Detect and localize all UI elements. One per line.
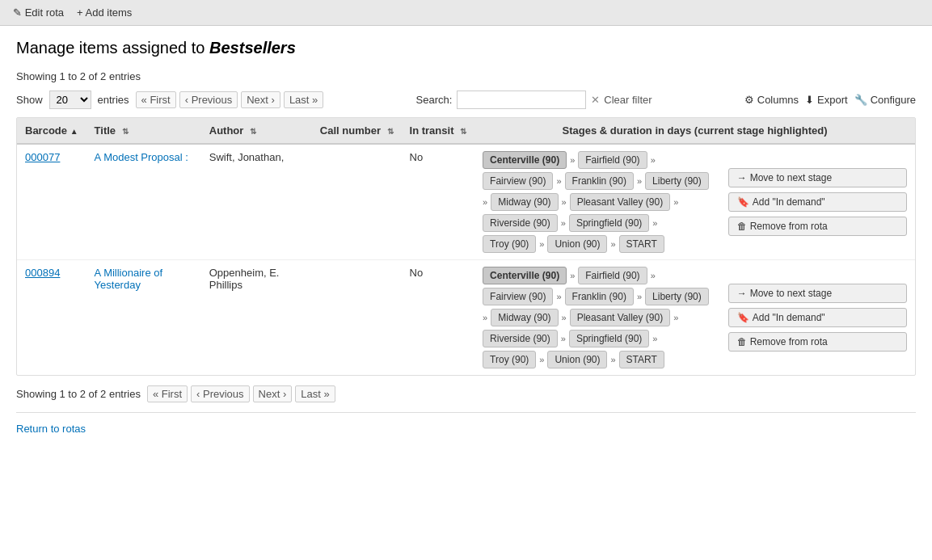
next-page-link[interactable]: Next › [241, 91, 280, 108]
bookmark-icon: 🔖 [737, 312, 749, 323]
show-select[interactable]: 10 20 50 100 [49, 91, 91, 109]
table-row: 000077 A Modest Proposal : Swift, Jonath… [17, 144, 915, 260]
main-table-wrapper: Barcode Title ⇅ Author ⇅ Call number ⇅ [16, 117, 916, 376]
author-cell: Swift, Jonathan, [201, 144, 312, 260]
callnum-cell [312, 260, 402, 376]
add-in-demand-button[interactable]: 🔖 Add "In demand" [728, 308, 907, 327]
configure-button[interactable]: 🔧 Configure [854, 94, 916, 106]
show-label: Show [16, 94, 43, 106]
trash-icon: 🗑 [737, 221, 747, 232]
bottom-previous-link[interactable]: ‹ Previous [191, 385, 250, 402]
stage-badge: Troy (90) [483, 235, 536, 253]
pagination-bottom: « First ‹ Previous Next › Last » [147, 385, 335, 402]
author-header[interactable]: Author ⇅ [201, 118, 312, 144]
actions-cell: → Move to next stage 🔖 Add "In demand" 🗑 [720, 260, 915, 376]
remove-from-rota-button[interactable]: 🗑 Remove from rota [728, 332, 907, 352]
last-page-link[interactable]: Last » [284, 91, 323, 108]
stage-badge: Pleasant Valley (90) [570, 309, 671, 326]
stages-header: Stages & duration in days (current stage… [474, 118, 915, 144]
barcode-header[interactable]: Barcode [17, 118, 86, 144]
x-icon: ✕ [591, 94, 600, 106]
stage-badge: Fairview (90) [483, 172, 553, 190]
search-input[interactable] [457, 91, 586, 109]
page-title: Manage items assigned to Bestsellers [16, 39, 916, 57]
bottom-controls: Showing 1 to 2 of 2 entries « First ‹ Pr… [16, 385, 916, 402]
stage-badge: Liberty (90) [645, 172, 709, 190]
author-cell: Oppenheim, E. Phillips [201, 260, 312, 376]
add-in-demand-button[interactable]: 🔖 Add "In demand" [728, 192, 907, 212]
title-sort-icon: ⇅ [122, 127, 129, 136]
divider [16, 412, 916, 413]
export-button[interactable]: ⬇ Export [805, 94, 848, 106]
author-sort-icon: ⇅ [250, 127, 256, 136]
stages-cell: Centerville (90) » Fairfield (90) » Fair… [474, 260, 720, 376]
stage-badge: Riverside (90) [483, 214, 558, 232]
callnum-cell [312, 144, 402, 260]
stage-badge: Centerville (90) [483, 267, 567, 284]
previous-page-link[interactable]: ‹ Previous [179, 91, 238, 108]
transit-cell: No [402, 260, 475, 376]
top-bar: ✎ Edit rota + Add items [0, 0, 932, 26]
stage-badge: Union (90) [547, 351, 607, 368]
main-content: Manage items assigned to Bestsellers Sho… [0, 26, 932, 448]
title-link[interactable]: A Modest Proposal : [95, 151, 188, 163]
wrench-icon: 🔧 [854, 94, 867, 106]
bottom-first-link[interactable]: « First [147, 385, 188, 402]
title-cell: A Millionaire of Yesterday [86, 260, 201, 376]
edit-rota-link[interactable]: ✎ Edit rota [13, 6, 64, 19]
row-actions: → Move to next stage 🔖 Add "In demand" 🗑 [728, 284, 907, 352]
row-actions: → Move to next stage 🔖 Add "In demand" 🗑 [728, 168, 907, 236]
main-table: Barcode Title ⇅ Author ⇅ Call number ⇅ [17, 118, 915, 375]
move-next-stage-button[interactable]: → Move to next stage [728, 284, 907, 303]
arrow-right-icon: → [737, 172, 747, 183]
bottom-last-link[interactable]: Last » [295, 385, 335, 402]
search-label: Search: [416, 94, 453, 106]
stage-badge: Liberty (90) [645, 288, 709, 305]
stage-badge: Franklin (90) [565, 288, 634, 305]
barcode-link[interactable]: 000077 [25, 151, 60, 163]
bottom-next-link[interactable]: Next › [253, 385, 293, 402]
stage-badge: Union (90) [547, 235, 607, 253]
stage-badge: Midway (90) [491, 309, 558, 326]
table-header-row: Barcode Title ⇅ Author ⇅ Call number ⇅ [17, 118, 915, 144]
title-header[interactable]: Title ⇅ [86, 118, 201, 144]
arrow-right-icon: → [737, 288, 747, 299]
stage-badge: Centerville (90) [483, 151, 567, 169]
gear-icon: ⚙ [744, 94, 754, 106]
stages-cell: Centerville (90) » Fairfield (90) » Fair… [474, 144, 720, 260]
barcode-cell: 000894 [17, 260, 86, 376]
intransit-header[interactable]: In transit ⇅ [402, 118, 475, 144]
search-area: Search: ✕ Clear filter [416, 91, 652, 109]
showing-info-top: Showing 1 to 2 of 2 entries [16, 70, 916, 82]
callnumber-header[interactable]: Call number ⇅ [312, 118, 402, 144]
first-page-link[interactable]: « First [136, 91, 176, 108]
move-next-stage-button[interactable]: → Move to next stage [728, 168, 907, 187]
add-items-link[interactable]: + Add items [77, 6, 132, 19]
title-cell: A Modest Proposal : [86, 144, 201, 260]
bookmark-icon: 🔖 [737, 196, 749, 208]
stage-badge: Midway (90) [491, 193, 558, 211]
stage-badge: Fairview (90) [483, 288, 553, 305]
controls-row: Show 10 20 50 100 entries « First ‹ Prev… [16, 91, 916, 109]
columns-button[interactable]: ⚙ Columns [744, 94, 799, 106]
actions-cell: → Move to next stage 🔖 Add "In demand" 🗑 [720, 144, 915, 260]
stage-badge: Springfield (90) [569, 214, 649, 232]
callnumber-sort-icon: ⇅ [387, 127, 394, 136]
intransit-sort-icon: ⇅ [460, 127, 466, 136]
clear-filter-link[interactable]: ✕ Clear filter [591, 94, 652, 106]
start-badge: START [619, 235, 664, 253]
pagination-top: « First ‹ Previous Next › Last » [136, 91, 324, 108]
stage-badge: Springfield (90) [569, 330, 649, 347]
download-icon: ⬇ [805, 94, 814, 106]
remove-from-rota-button[interactable]: 🗑 Remove from rota [728, 217, 907, 236]
plus-icon: + [77, 6, 83, 19]
table-row: 000894 A Millionaire of Yesterday Oppenh… [17, 260, 915, 376]
right-controls: ⚙ Columns ⬇ Export 🔧 Configure [744, 94, 916, 106]
title-link[interactable]: A Millionaire of Yesterday [95, 267, 163, 291]
return-to-rotas-link[interactable]: Return to rotas [16, 423, 86, 435]
pencil-icon: ✎ [13, 6, 22, 19]
barcode-cell: 000077 [17, 144, 86, 260]
stage-badge: Fairfield (90) [578, 267, 647, 284]
stage-badge: Franklin (90) [565, 172, 634, 190]
barcode-link[interactable]: 000894 [25, 267, 60, 279]
